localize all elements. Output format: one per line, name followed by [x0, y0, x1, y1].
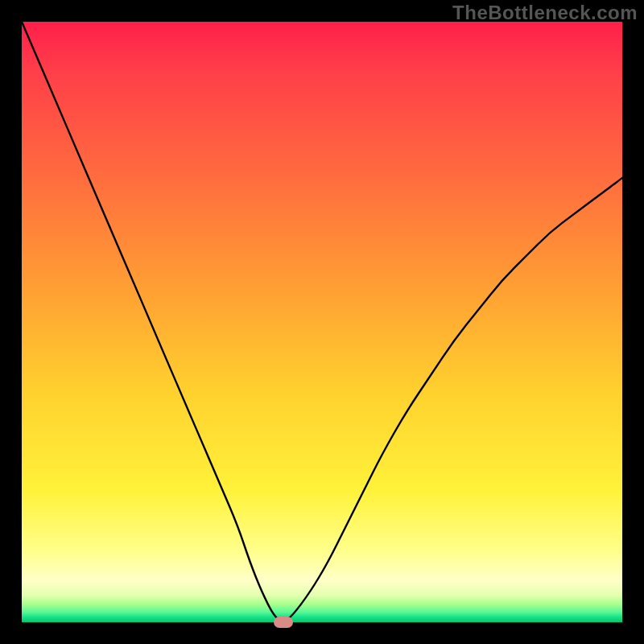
watermark-text: TheBottleneck.com — [452, 2, 638, 24]
chart-frame: TheBottleneck.com — [0, 0, 644, 644]
curve-svg — [22, 22, 622, 622]
plot-area — [22, 22, 622, 622]
bottleneck-curve-path — [22, 22, 622, 621]
minimum-marker — [274, 617, 293, 628]
